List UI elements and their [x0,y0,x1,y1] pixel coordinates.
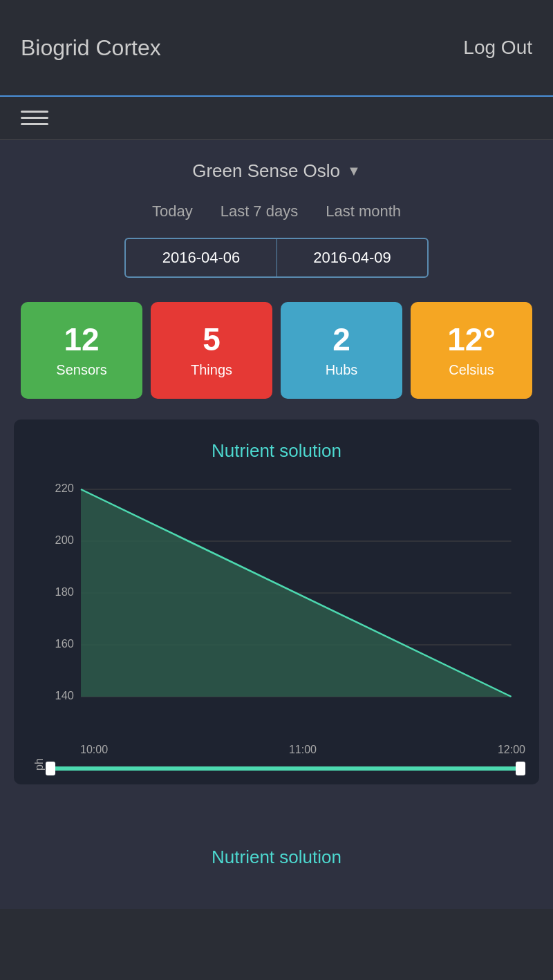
date-start-input[interactable] [124,238,276,278]
svg-text:140: 140 [55,689,74,701]
hamburger-menu[interactable] [21,111,48,125]
time-filter-group: Today Last 7 days Last month [14,202,539,220]
x-axis: 10:00 11:00 12:00 [46,738,525,756]
stat-card-celsius: 12° Celsius [411,302,532,399]
x-tick-1100: 11:00 [289,744,317,756]
filter-today[interactable]: Today [152,202,193,220]
location-arrow: ▼ [347,163,361,179]
stat-value-hubs: 2 [332,323,350,355]
svg-text:200: 200 [55,534,74,546]
stat-label-celsius: Celsius [449,362,494,378]
bottom-section-title: Nutrient solution [212,847,341,868]
chart-container: Nutrient solution ph 220 200 180 160 [14,420,539,784]
app-title: Biogrid Cortex [21,35,161,61]
location-name: Green Sense Oslo [192,160,340,182]
bottom-section: Nutrient solution [0,826,553,909]
stat-value-things: 5 [203,323,221,355]
stat-card-hubs: 2 Hubs [281,302,402,399]
stat-label-things: Things [191,362,232,378]
date-end-input[interactable] [276,238,429,278]
logout-button[interactable]: Log Out [463,37,532,59]
x-tick-1000: 10:00 [80,744,108,756]
chart-title: Nutrient solution [28,440,525,462]
location-button[interactable]: Green Sense Oslo ▼ [192,160,361,182]
hamburger-line-3 [21,123,48,125]
stats-grid: 12 Sensors 5 Things 2 Hubs 12° Celsius [14,302,539,399]
filter-lastmonth[interactable]: Last month [326,202,401,220]
svg-text:160: 160 [55,637,74,650]
range-slider[interactable] [46,766,525,771]
chart-svg: 220 200 180 160 140 [46,475,525,738]
stat-card-sensors: 12 Sensors [21,302,142,399]
date-range-picker [14,238,539,278]
app-header: Biogrid Cortex Log Out [0,0,553,97]
main-content: Green Sense Oslo ▼ Today Last 7 days Las… [0,140,553,826]
range-track [46,766,525,771]
hamburger-line-2 [21,117,48,119]
hamburger-line-1 [21,111,48,113]
range-fill [46,766,525,771]
chart-svg-container: 220 200 180 160 140 [46,475,525,738]
chart-wrapper: ph 220 200 180 160 140 [28,475,525,771]
chart-area: 220 200 180 160 140 [46,475,525,771]
range-thumb-right[interactable] [516,762,525,775]
stat-label-hubs: Hubs [326,362,358,378]
navbar [0,97,553,140]
stat-value-celsius: 12° [447,323,496,355]
x-tick-1200: 12:00 [498,744,525,756]
location-selector: Green Sense Oslo ▼ [14,160,539,182]
stat-card-things: 5 Things [151,302,272,399]
svg-text:180: 180 [55,585,74,598]
range-thumb-left[interactable] [46,762,55,775]
y-axis-label: ph [28,475,46,771]
stat-value-sensors: 12 [64,323,99,355]
stat-label-sensors: Sensors [56,362,106,378]
filter-last7[interactable]: Last 7 days [221,202,299,220]
svg-text:220: 220 [55,482,74,494]
